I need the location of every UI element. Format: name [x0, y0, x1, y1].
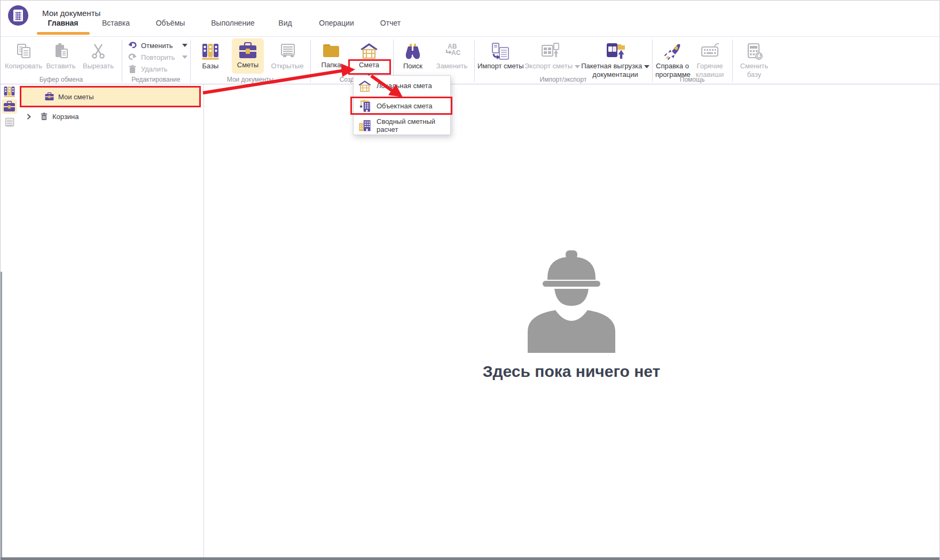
- delete-button: Удалить: [128, 64, 187, 74]
- import-icon: [490, 42, 511, 60]
- vertical-scrollbar[interactable]: [1, 272, 2, 557]
- copy-label: Копировать: [4, 62, 43, 70]
- tree-item-label: Мои сметы: [58, 93, 94, 101]
- batch-upload-icon: [605, 42, 626, 60]
- tab-operacii[interactable]: Операции: [318, 19, 355, 31]
- batch-upload-button[interactable]: Пакетная выгрузка документации: [581, 42, 650, 79]
- annotation-box-object-estimate: [350, 97, 452, 115]
- application-window: Мои документы Главная Вставка Объёмы Вып…: [0, 0, 940, 560]
- undo-label: Отменить: [141, 42, 173, 50]
- tree-item-my-estimates[interactable]: Мои сметы: [20, 86, 201, 107]
- tab-vypolnenie[interactable]: Выполнение: [210, 19, 256, 31]
- tab-vid[interactable]: Вид: [275, 19, 295, 31]
- about-label-line1: Справка о: [655, 62, 690, 70]
- open-docs-icon: [278, 42, 297, 60]
- bases-binders-icon: [3, 85, 16, 98]
- menu-item-local-estimate[interactable]: Локальная смета: [354, 76, 450, 96]
- change-base-label-line1: Сменить: [737, 62, 771, 70]
- bases-label: Базы: [194, 62, 226, 70]
- group-label-help: Помощь: [652, 76, 732, 83]
- rocket-icon: [663, 42, 682, 60]
- briefcase-icon: [44, 92, 54, 101]
- open-label: Открытые: [268, 62, 307, 70]
- trash-icon: [128, 65, 137, 74]
- cut-button: Вырезать: [80, 42, 116, 70]
- worker-icon: [523, 246, 620, 353]
- main-content-area: Здесь пока ничего нет: [204, 84, 939, 557]
- undo-button[interactable]: Отменить: [128, 40, 187, 51]
- summary-estimate-icon: [358, 119, 372, 132]
- about-button[interactable]: Справка о программе: [655, 42, 690, 79]
- paste-label: Вставить: [43, 62, 79, 70]
- document-type-strip: [1, 84, 19, 557]
- redo-dropdown-arrow-icon: [182, 56, 187, 59]
- cut-label: Вырезать: [80, 62, 116, 70]
- export-icon: [540, 42, 560, 60]
- trash-icon: [40, 112, 48, 121]
- briefcase-icon: [238, 42, 258, 59]
- import-button[interactable]: Импорт сметы: [477, 42, 523, 70]
- tree-item-trash[interactable]: Корзина: [18, 109, 200, 123]
- tree-item-label: Корзина: [52, 113, 79, 121]
- batch-upload-label-line1: Пакетная выгрузка: [581, 62, 650, 70]
- redo-label: Повторить: [141, 53, 175, 61]
- bases-button[interactable]: Базы: [194, 42, 226, 70]
- replace-ab-ac-icon: AB AC: [442, 42, 461, 60]
- copy-button: Копировать: [4, 42, 43, 70]
- group-label-my-documents: Мои документы: [190, 76, 310, 83]
- group-label-clipboard: Буфер обмена: [1, 76, 122, 83]
- ribbon-toolbar: Копировать Вставить Вырезать Буфер обмен…: [1, 36, 939, 84]
- open-docs-icon: [3, 117, 15, 128]
- folder-label: Папка: [315, 61, 347, 69]
- house-icon: [359, 42, 379, 59]
- menu-item-label: Локальная смета: [377, 82, 432, 90]
- redo-button: Повторить: [128, 52, 187, 62]
- paste-icon: [52, 42, 70, 60]
- undo-icon: [128, 41, 137, 50]
- replace-button: AB AC Заменить: [432, 42, 472, 70]
- open-button: Открытые: [268, 42, 307, 70]
- delete-label: Удалить: [141, 65, 168, 73]
- app-document-icon: [13, 9, 24, 22]
- hotkeys-button: Горячие клавиши: [693, 42, 727, 79]
- batch-dropdown-arrow-icon[interactable]: [644, 65, 649, 68]
- menu-item-label: Сводный сметный расчет: [377, 117, 450, 133]
- svg-text:AC: AC: [451, 49, 461, 57]
- strip-open-button[interactable]: [3, 117, 15, 130]
- calculator-refresh-icon: [745, 42, 763, 60]
- export-label: Экспорт сметы: [524, 62, 576, 70]
- chevron-right-icon[interactable]: [27, 114, 31, 120]
- documents-tree-panel: Мои сметы Корзина: [18, 84, 204, 557]
- strip-estimates-button[interactable]: [2, 99, 17, 114]
- binoculars-icon: [404, 42, 421, 60]
- paste-button: Вставить: [43, 42, 79, 70]
- empty-state-text: Здесь пока ничего нет: [204, 362, 939, 381]
- bases-binders-icon: [200, 42, 221, 60]
- search-label: Поиск: [397, 62, 429, 70]
- app-logo[interactable]: [8, 5, 28, 26]
- strip-bases-button[interactable]: [3, 85, 16, 100]
- horizontal-scrollbar[interactable]: [1, 557, 940, 560]
- folder-button[interactable]: Папка: [315, 42, 347, 69]
- import-label: Импорт сметы: [477, 62, 523, 70]
- copy-icon: [14, 42, 33, 60]
- group-label-import-export: Импорт/экспорт: [474, 76, 652, 83]
- keyboard-icon: [700, 42, 720, 60]
- change-base-button: Сменить базу: [737, 42, 771, 79]
- annotation-box-estimate-button: [348, 59, 391, 75]
- undo-dropdown-arrow-icon[interactable]: [182, 44, 187, 47]
- tab-vstavka[interactable]: Вставка: [100, 19, 132, 31]
- hotkeys-label-line1: Горячие: [693, 62, 727, 70]
- briefcase-icon: [3, 101, 16, 112]
- estimates-label: Сметы: [232, 61, 264, 69]
- tab-glavnaya[interactable]: Главная: [46, 19, 80, 31]
- replace-label: Заменить: [432, 62, 472, 70]
- tab-otchet[interactable]: Отчет: [377, 19, 404, 31]
- window-title: Мои документы: [42, 9, 100, 18]
- estimates-button[interactable]: Сметы: [232, 38, 264, 74]
- tab-obyomy[interactable]: Объёмы: [154, 19, 186, 31]
- menu-item-summary-estimate[interactable]: Сводный сметный расчет: [354, 115, 450, 135]
- export-dropdown-arrow-icon: [575, 65, 580, 68]
- search-button[interactable]: Поиск: [397, 42, 429, 70]
- title-bar: Мои документы Главная Вставка Объёмы Вып…: [1, 1, 939, 36]
